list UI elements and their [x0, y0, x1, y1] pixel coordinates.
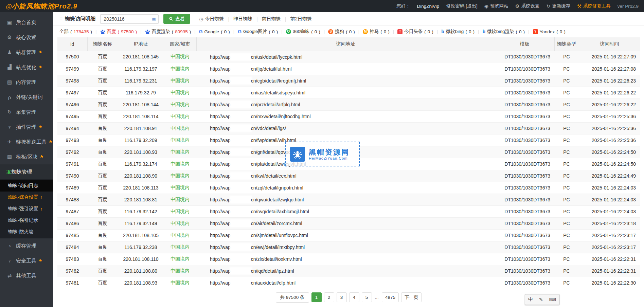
- sidebar-item-7[interactable]: ♆插件管理⚑: [0, 120, 53, 134]
- topbar-item-2[interactable]: ⚙系统设置: [515, 3, 540, 9]
- ime-pen-icon[interactable]: ✎: [539, 297, 543, 302]
- url-path: cn/aux/detail/cfp.html: [251, 280, 296, 286]
- sidebar-item-4[interactable]: ▤内容管理: [0, 75, 53, 90]
- separator: |: [437, 29, 438, 34]
- filter-10[interactable]: b微软bing渲染(0): [482, 29, 525, 35]
- page-button-5[interactable]: 5: [362, 292, 372, 302]
- submenu-item-2[interactable]: 蜘蛛·强引设置↑: [0, 203, 53, 215]
- submenu-item-3[interactable]: 蜘蛛·强引记录: [0, 215, 53, 226]
- sidebar-item-10[interactable]: 蜘蛛管理: [0, 164, 53, 179]
- date-input[interactable]: [100, 14, 159, 24]
- security-icon: ♀: [6, 258, 13, 264]
- sidebar-item-label: 站点优化: [16, 64, 36, 71]
- filter-0[interactable]: 全部(178435): [59, 29, 92, 35]
- cell-id: 97484: [57, 241, 87, 253]
- topbar-item-3[interactable]: ↻更新缓存: [546, 3, 570, 9]
- pin-icon: ⚑: [38, 258, 43, 264]
- page-button-3[interactable]: 3: [337, 292, 347, 302]
- filter-5[interactable]: O360蜘蛛(0): [286, 29, 320, 35]
- spider-pool-admin: ◎小旋风蜘蛛池Pro2.9 您好： DingZhiVip 修改密码 [退出]◉预…: [0, 0, 644, 307]
- cell-spider-name: 百度: [87, 51, 118, 63]
- sidebar-item-0[interactable]: ▣后台首页: [0, 15, 53, 30]
- sidebar-item-9[interactable]: ▦模板/区块⚑: [0, 149, 53, 164]
- cell-template: DT1030/1030DT3673: [495, 51, 554, 63]
- quick-link-0[interactable]: ◷今日蜘蛛: [195, 16, 228, 22]
- toolbar: ≡ 蜘蛛访问明细 ▦ 查看 ◷今日蜘蛛|昨日蜘蛛|前日蜘蛛|前2日蜘蛛: [53, 12, 644, 26]
- pin-icon: ⚑: [38, 50, 43, 55]
- ime-keyboard-icon[interactable]: ⌨: [549, 297, 556, 302]
- page-button-1[interactable]: 1: [311, 292, 322, 302]
- cell-spider-type: PC: [554, 217, 579, 229]
- quick-link-1[interactable]: 昨日蜘蛛: [229, 16, 256, 22]
- topbar-item-0[interactable]: 修改密码 [退出]: [446, 3, 477, 9]
- cell-id: 97499: [57, 63, 87, 75]
- sidebar-item-8[interactable]: ✈链接推送工具⚑: [0, 134, 53, 149]
- cell-spider-type: PC: [554, 98, 579, 110]
- sidebar-item-label: 其他工具: [16, 273, 36, 279]
- cell-id: 97491: [57, 158, 87, 170]
- pin-icon: ⚑: [48, 139, 53, 145]
- url-prefix: http://wap: [210, 161, 231, 167]
- sidebar-item-5[interactable]: ρ外链/关键词: [0, 90, 53, 105]
- submenu-item-label: 蜘蛛·防火墙: [8, 229, 34, 235]
- cell-spider-name: 百度: [87, 146, 118, 158]
- table-row: 97486百度116.179.32.149中国境内http://wapcn/ai…: [57, 217, 640, 229]
- filter-7[interactable]: M神马(0): [363, 29, 390, 35]
- cell-url: http://wapcn/zql/detail/lgnpotn.html: [196, 182, 495, 194]
- sidebar-item-12[interactable]: ♀安全工具⚑: [0, 253, 53, 268]
- calendar-icon[interactable]: ▦: [152, 17, 157, 21]
- sidebar-item-13[interactable]: ⇄其他工具: [0, 268, 53, 283]
- cell-spider-name: 百度: [87, 253, 118, 265]
- watermark-spider-logo: [290, 147, 305, 162]
- bing-icon: b: [482, 29, 485, 34]
- view-button[interactable]: 查看: [163, 14, 190, 24]
- filter-8[interactable]: T今日头条(0): [397, 29, 433, 35]
- submenu-item-0[interactable]: 蜘蛛·访问日志: [0, 180, 53, 192]
- cell-template: DT1030/1030DT3673: [495, 98, 554, 110]
- topbar-item-1[interactable]: ◉预览网站: [484, 3, 508, 9]
- submenu-item-1[interactable]: 蜘蛛·综合设置↑: [0, 192, 53, 203]
- table-row: 97495百度220.181.108.114中国境内http://wapcn/m…: [57, 110, 640, 122]
- filter-11[interactable]: YYandex(0): [533, 29, 566, 34]
- filter-count: 0: [315, 29, 317, 34]
- filter-3[interactable]: GGoogle(0): [199, 29, 230, 34]
- cell-id: 97487: [57, 205, 87, 217]
- filter-count: 97500: [121, 29, 134, 34]
- filter-count: 178435: [74, 29, 89, 34]
- ime-toolbar[interactable]: 中✎⌨: [525, 294, 559, 305]
- url-prefix: http://wap: [210, 233, 231, 238]
- page-button-4875[interactable]: 4875: [382, 292, 399, 302]
- cell-template: DT1030/1030DT3673: [495, 182, 554, 194]
- cell-ip: 116.179.32.197: [118, 63, 164, 75]
- next-page-button[interactable]: 下一页: [401, 292, 422, 302]
- filter-4[interactable]: GGoogle图片(0): [238, 29, 278, 35]
- filter-label: 百度: [107, 29, 116, 35]
- page-button-4[interactable]: 4: [349, 292, 359, 302]
- censored-domain: [231, 268, 251, 274]
- yandex-icon: Y: [533, 29, 538, 34]
- sidebar-item-11[interactable]: ◔缓存管理: [0, 238, 53, 253]
- cell-visit-time: 2025-01-16 22:26:23: [579, 75, 640, 87]
- separator: |: [393, 29, 394, 34]
- quick-link-3[interactable]: 前2日蜘蛛: [286, 16, 316, 22]
- sidebar-item-label: 蜘蛛管理: [12, 169, 32, 175]
- view-button-label: 查看: [175, 16, 185, 22]
- filter-6[interactable]: S搜狗(0): [328, 29, 355, 35]
- quick-link-2[interactable]: 前日蜘蛛: [258, 16, 285, 22]
- sidebar-item-6[interactable]: ↻采集管理: [0, 105, 53, 120]
- page-button-2[interactable]: 2: [324, 292, 334, 302]
- table-row: 97484百度116.179.32.238中国境内http://wapcn/ew…: [57, 241, 640, 253]
- ime-lang-indicator[interactable]: 中: [528, 296, 533, 303]
- filter-2[interactable]: 百度渲染(80935): [145, 29, 191, 35]
- topbar-item-4[interactable]: ⚒系统修复工具: [577, 3, 611, 9]
- filter-9[interactable]: b微软bing(0): [441, 29, 475, 35]
- sidebar-item-1[interactable]: ⚙核心设置: [0, 30, 53, 45]
- sidebar-item-3[interactable]: ▟站点优化⚑: [0, 60, 53, 75]
- url-prefix: http://wap: [210, 149, 231, 155]
- sidebar-item-2[interactable]: ♟站群管理⚑: [0, 45, 53, 60]
- cell-visit-time: 2025-01-16 22:26:22: [579, 98, 640, 110]
- filter-1[interactable]: 百度(97500): [100, 29, 137, 35]
- submenu-item-4[interactable]: 蜘蛛·防火墙: [0, 226, 53, 238]
- cell-template: DT1030/1030DT3673: [495, 63, 554, 75]
- filter-close-paren: ): [523, 29, 525, 34]
